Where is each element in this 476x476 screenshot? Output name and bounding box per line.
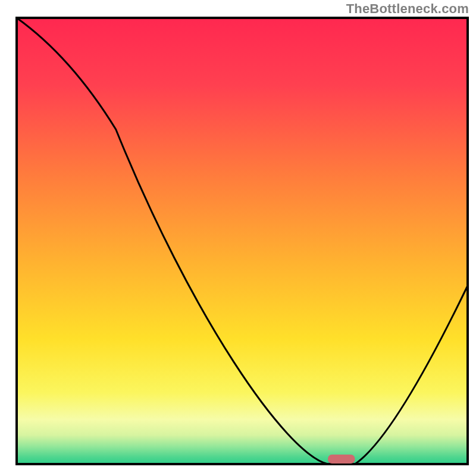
optimal-marker [328,455,355,464]
plot-area [17,18,468,464]
bottleneck-chart [0,0,476,476]
